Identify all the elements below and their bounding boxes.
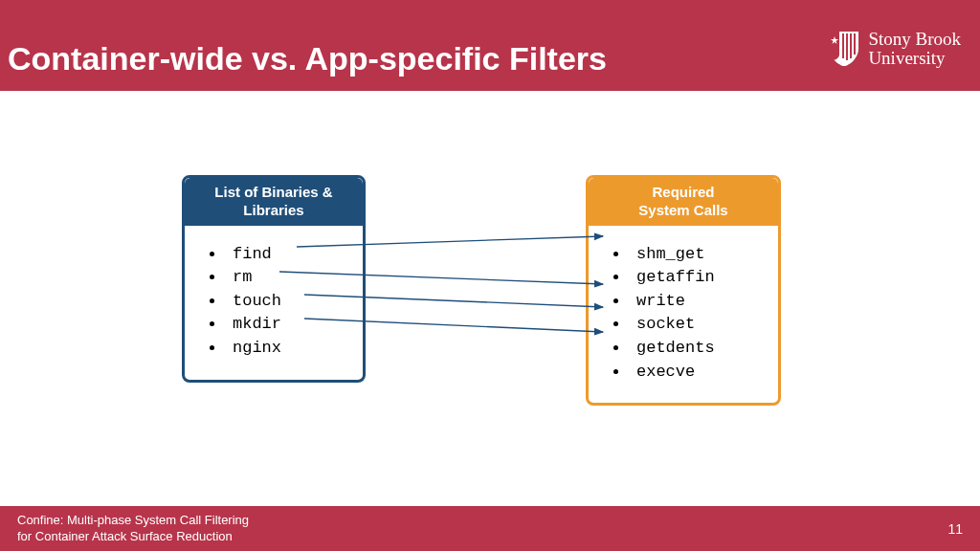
syscalls-box-header: Required System Calls xyxy=(589,178,778,226)
slide-content: List of Binaries & Libraries find rm tou… xyxy=(0,91,980,506)
list-item: touch xyxy=(225,290,347,314)
university-name: Stony Brook University xyxy=(868,30,961,68)
slide-header: Container-wide vs. App-specific Filters … xyxy=(0,0,980,91)
mapping-arrows xyxy=(0,91,980,506)
list-item: write xyxy=(629,290,763,314)
syscalls-box: Required System Calls shm_get getaffin w… xyxy=(586,175,781,406)
list-item: shm_get xyxy=(629,243,763,267)
shield-icon xyxy=(828,30,860,68)
list-item: getdents xyxy=(629,337,763,361)
binaries-box-body: find rm touch mkdir nginx xyxy=(185,226,363,380)
syscalls-box-body: shm_get getaffin write socket getdents e… xyxy=(589,226,778,404)
slide-title: Container-wide vs. App-specific Filters xyxy=(8,40,607,77)
list-item: mkdir xyxy=(225,313,347,337)
list-item: rm xyxy=(225,266,347,290)
footer-caption: Confine: Multi-phase System Call Filteri… xyxy=(17,513,249,545)
list-item: execve xyxy=(629,361,763,385)
list-item: getaffin xyxy=(629,266,763,290)
slide-footer: Confine: Multi-phase System Call Filteri… xyxy=(0,506,980,551)
university-logo: Stony Brook University xyxy=(828,30,961,68)
list-item: socket xyxy=(629,313,763,337)
list-item: find xyxy=(225,243,347,267)
page-number: 11 xyxy=(947,521,963,537)
binaries-box: List of Binaries & Libraries find rm tou… xyxy=(182,175,366,383)
list-item: nginx xyxy=(225,337,347,361)
binaries-box-header: List of Binaries & Libraries xyxy=(185,178,363,226)
